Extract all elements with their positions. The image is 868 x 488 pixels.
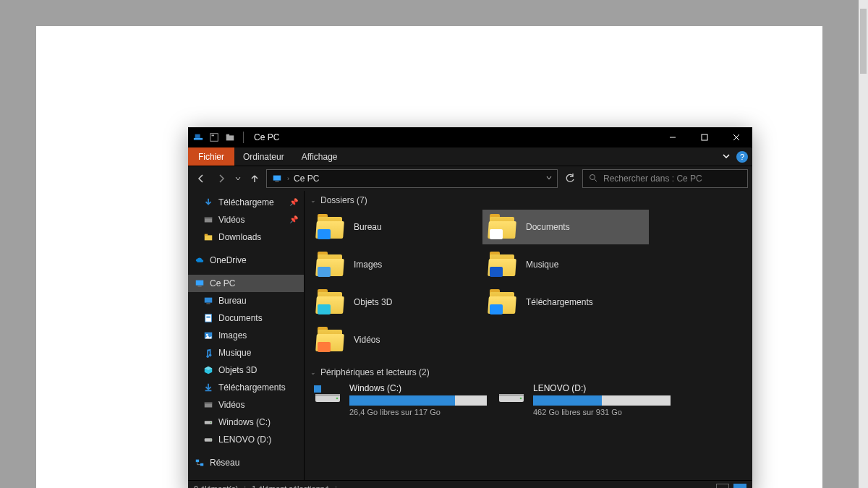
drive-icon: [203, 416, 214, 428]
group-header-drives[interactable]: ⌄ Périphériques et lecteurs (2): [305, 363, 752, 380]
svg-rect-41: [499, 394, 524, 396]
svg-rect-3: [212, 135, 215, 137]
nav-back-button[interactable]: [192, 168, 210, 189]
svg-rect-29: [205, 403, 213, 404]
sidebar-item[interactable]: Bureau: [188, 292, 304, 309]
sidebar-item[interactable]: LENOVO (D:): [188, 431, 304, 448]
group-header-label: Dossiers (7): [320, 195, 367, 205]
nav-up-button[interactable]: [246, 168, 263, 189]
sidebar-item[interactable]: Images: [188, 327, 304, 344]
drive-item[interactable]: Windows (C:)26,4 Go libres sur 117 Go: [313, 383, 480, 416]
svg-rect-36: [314, 385, 321, 393]
folder-label: Images: [354, 260, 382, 270]
drive-icon: [497, 383, 526, 406]
content-pane[interactable]: ⌄ Dossiers (7) BureauDocumentsImagesMusi…: [304, 191, 752, 480]
navigation-pane[interactable]: Téléchargeme 📌 Vidéos 📌 Downloads: [188, 191, 304, 480]
status-count: 9 élément(s): [194, 484, 238, 489]
sidebar-item-label: Téléchargements: [218, 381, 286, 394]
view-tiles-button[interactable]: [733, 484, 746, 489]
folder-item[interactable]: Images: [310, 247, 477, 282]
qat-newfolder-icon[interactable]: [224, 132, 236, 143]
sidebar-item-thispc[interactable]: Ce PC: [188, 275, 304, 292]
help-icon[interactable]: ?: [736, 151, 748, 163]
svg-rect-38: [315, 394, 340, 396]
maximize-button[interactable]: [689, 127, 720, 147]
folder-item[interactable]: Téléchargements: [482, 285, 649, 320]
svg-rect-34: [196, 460, 199, 463]
svg-rect-0: [194, 138, 203, 140]
folder-label: Vidéos: [354, 335, 380, 345]
drive-name: Windows (C:): [349, 383, 487, 393]
folder-label: Objets 3D: [354, 297, 392, 307]
search-placeholder: Rechercher dans : Ce PC: [603, 174, 702, 184]
sidebar-item-downloads-folder[interactable]: Downloads: [188, 228, 304, 246]
nav-history-button[interactable]: [233, 168, 243, 189]
ribbon-collapse-icon[interactable]: [722, 152, 731, 163]
folder-item[interactable]: Documents: [482, 210, 649, 244]
ribbon-tab-file[interactable]: Fichier: [188, 147, 234, 166]
folder-icon: [487, 288, 519, 317]
sidebar-item-videos-quick[interactable]: Vidéos 📌: [188, 211, 304, 228]
scrollbar-thumb[interactable]: [860, 9, 867, 74]
group-header-label: Périphériques et lecteurs (2): [320, 367, 430, 377]
svg-rect-21: [206, 304, 210, 304]
download-icon: [203, 197, 214, 208]
ribbon-tab-computer[interactable]: Ordinateur: [234, 147, 293, 166]
drive-name: LENOVO (D:): [533, 383, 671, 393]
download-icon: [203, 382, 214, 393]
chevron-down-icon: ⌄: [310, 369, 316, 376]
folder-item[interactable]: Objets 3D: [310, 285, 477, 320]
sidebar-item[interactable]: Téléchargements: [188, 379, 304, 396]
svg-rect-2: [210, 134, 218, 142]
address-bar[interactable]: › Ce PC: [266, 169, 558, 188]
music-icon: [203, 347, 214, 359]
sidebar-item-network[interactable]: Réseau: [188, 454, 304, 471]
folder-item[interactable]: Vidéos: [310, 322, 477, 357]
sidebar-item[interactable]: Documents: [188, 309, 304, 327]
folder-icon: [315, 213, 346, 241]
folder-icon: [487, 213, 519, 241]
chevron-right-icon: ›: [287, 175, 289, 182]
svg-rect-17: [205, 234, 208, 236]
folder-item[interactable]: Bureau: [310, 210, 477, 244]
minimize-button[interactable]: [657, 127, 689, 147]
drive-free-text: 462 Go libres sur 931 Go: [533, 408, 671, 416]
sidebar-item-onedrive[interactable]: OneDrive: [188, 252, 304, 269]
svg-rect-16: [205, 235, 213, 240]
sidebar-item-label: Réseau: [210, 456, 239, 469]
title-bar[interactable]: Ce PC: [188, 127, 752, 147]
objects3d-icon: [203, 364, 214, 376]
folder-item[interactable]: Musique: [482, 247, 649, 282]
ribbon-tab-view[interactable]: Affichage: [293, 147, 346, 166]
group-header-folders[interactable]: ⌄ Dossiers (7): [305, 191, 752, 208]
documents-icon: [203, 312, 214, 324]
folder-icon: [487, 250, 519, 279]
video-icon: [203, 399, 214, 411]
qat-properties-icon[interactable]: [208, 132, 220, 143]
chevron-down-icon[interactable]: [545, 174, 553, 184]
sidebar-item-downloads-quick[interactable]: Téléchargeme 📌: [188, 194, 304, 211]
nav-forward-button[interactable]: [213, 168, 230, 189]
svg-point-12: [590, 174, 595, 179]
svg-point-33: [210, 440, 211, 440]
sidebar-item-label: Téléchargeme: [218, 196, 274, 209]
search-box[interactable]: Rechercher dans : Ce PC: [582, 169, 748, 188]
paper-sheet: Ce PC Fichier Ordinateur Affichage ?: [36, 26, 822, 488]
refresh-button[interactable]: [561, 169, 579, 188]
sidebar-item[interactable]: Windows (C:): [188, 414, 304, 431]
outer-scrollbar[interactable]: [859, 0, 868, 488]
sidebar-item[interactable]: Objets 3D: [188, 361, 304, 379]
close-button[interactable]: [720, 127, 752, 147]
address-text: Ce PC: [294, 174, 541, 184]
drive-usage-bar: [349, 395, 487, 406]
view-details-button[interactable]: [716, 484, 729, 489]
svg-rect-15: [205, 218, 213, 219]
folder-icon: [315, 325, 346, 354]
file-explorer-window: Ce PC Fichier Ordinateur Affichage ?: [188, 127, 752, 488]
window-title: Ce PC: [251, 132, 279, 142]
drive-item[interactable]: LENOVO (D:)462 Go libres sur 931 Go: [497, 383, 663, 416]
separator: |: [335, 484, 337, 489]
pin-icon: 📌: [289, 213, 298, 226]
sidebar-item[interactable]: Musique: [188, 344, 304, 361]
sidebar-item[interactable]: Vidéos: [188, 396, 304, 414]
